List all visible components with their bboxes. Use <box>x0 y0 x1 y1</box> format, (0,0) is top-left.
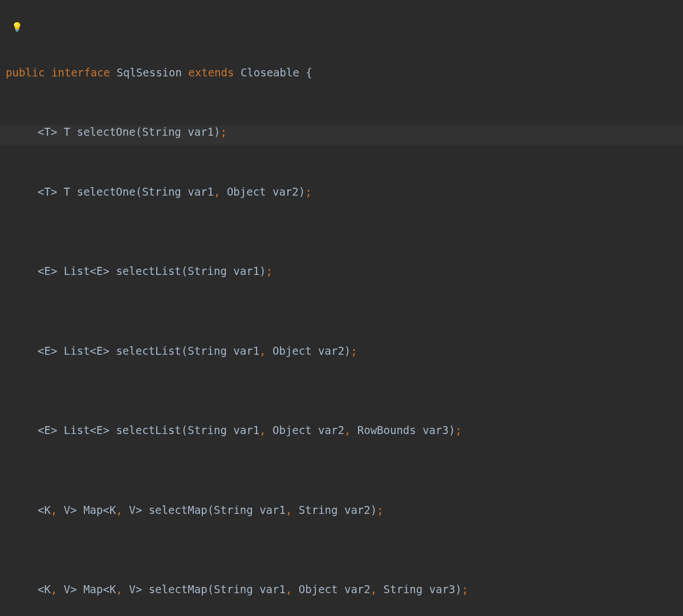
method-name: selectMap <box>149 583 208 595</box>
code-line[interactable]: <K, V> Map<K, V> selectMap(String var1, … <box>0 583 683 616</box>
intention-bulb-icon[interactable]: 💡 <box>11 22 23 33</box>
code-line-current[interactable]: <T> T selectOne(String var1); <box>0 125 683 145</box>
code-line[interactable]: <E> List<E> selectList(String var1, Obje… <box>0 345 683 384</box>
code-editor[interactable]: 💡 public interface SqlSession extends Cl… <box>0 0 683 616</box>
method-name: selectMap <box>149 504 208 516</box>
keyword-extends: extends <box>188 66 234 79</box>
type-name: Closeable <box>241 66 299 79</box>
code-line[interactable]: <E> List<E> selectList(String var1, Obje… <box>0 424 683 464</box>
type-name: SqlSession <box>117 66 182 79</box>
code-line[interactable]: public interface SqlSession extends Clos… <box>0 66 683 86</box>
method-name: selectOne <box>77 185 136 198</box>
brace-open: { <box>306 66 312 79</box>
method-name: selectList <box>116 265 181 277</box>
method-name: selectList <box>116 424 181 436</box>
method-name: selectList <box>116 345 181 357</box>
keyword-interface: interface <box>51 66 110 79</box>
code-line[interactable]: <K, V> Map<K, V> selectMap(String var1, … <box>0 504 683 544</box>
code-line[interactable]: <E> List<E> selectList(String var1); <box>0 265 683 305</box>
keyword-public: public <box>6 66 45 79</box>
code-line[interactable]: <T> T selectOne(String var1, Object var2… <box>0 185 683 225</box>
method-name: selectOne <box>77 125 136 138</box>
